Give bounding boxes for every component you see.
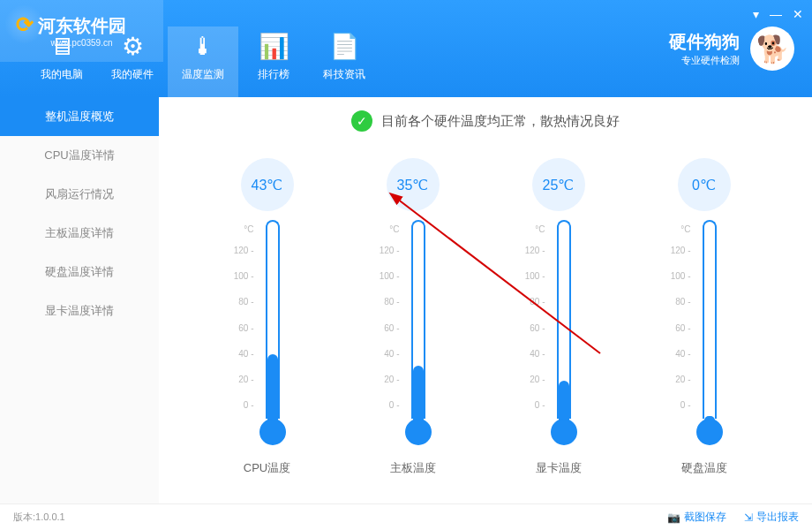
footer: 版本:1.0.0.1 📷 截图保存 ⇲ 导出报表 <box>0 504 812 530</box>
sidebar-item-label: 显卡温度详情 <box>45 303 114 319</box>
menu-icon[interactable]: ▾ <box>753 7 759 21</box>
thermometer: °C120 -100 -80 -60 -40 -20 -0 - <box>223 220 312 450</box>
export-label: 导出报表 <box>756 510 799 525</box>
sidebar: 整机温度概览 CPU温度详情 风扇运行情况 主板温度详情 硬盘温度详情 显卡温度… <box>0 97 159 504</box>
nav-label: 排行榜 <box>258 67 289 82</box>
close-icon[interactable]: ✕ <box>793 7 803 21</box>
export-icon: ⇲ <box>744 511 753 524</box>
version-label: 版本:1.0.0.1 <box>13 511 65 524</box>
nav-temperature[interactable]: 🌡 温度监测 <box>168 26 238 97</box>
thermometer-column: 35℃°C120 -100 -80 -60 -40 -20 -0 -主板温度 <box>369 158 457 476</box>
screenshot-label: 截图保存 <box>684 510 726 525</box>
scale-ticks: °C120 -100 -80 -60 -40 -20 -0 - <box>515 224 545 410</box>
brand-subtitle: 专业硬件检测 <box>669 54 740 67</box>
sidebar-item-label: 风扇运行情况 <box>45 186 114 202</box>
scale-ticks: °C120 -100 -80 -60 -40 -20 -0 - <box>223 224 254 410</box>
thermometer-label: CPU温度 <box>244 460 290 476</box>
nav-label: 我的硬件 <box>111 67 154 82</box>
thermometer: °C120 -100 -80 -60 -40 -20 -0 - <box>369 220 457 450</box>
camera-icon: 📷 <box>667 511 680 524</box>
status-text: 目前各个硬件温度均正常，散热情况良好 <box>381 113 620 130</box>
window-controls: ▾ — ✕ <box>753 7 803 21</box>
sidebar-item-fan[interactable]: 风扇运行情况 <box>0 175 159 214</box>
sidebar-item-gpu[interactable]: 显卡温度详情 <box>0 292 159 330</box>
watermark-title: 河东软件园 <box>38 14 126 38</box>
scale-ticks: °C120 -100 -80 -60 -40 -20 -0 - <box>660 224 691 410</box>
watermark: ⟳ 河东软件园 www.pc0359.cn <box>0 0 163 62</box>
thermometer-icon: 🌡 <box>191 34 215 60</box>
sidebar-item-label: 硬盘温度详情 <box>45 264 114 280</box>
thermometer-column: 0℃°C120 -100 -80 -60 -40 -20 -0 -硬盘温度 <box>660 158 748 476</box>
watermark-logo: ⟳ <box>4 4 44 44</box>
sidebar-item-motherboard[interactable]: 主板温度详情 <box>0 214 159 253</box>
minimize-icon[interactable]: — <box>770 7 782 21</box>
watermark-url: www.pc0359.cn <box>50 38 112 48</box>
document-icon: 📄 <box>329 34 360 60</box>
sidebar-item-label: 主板温度详情 <box>45 225 114 241</box>
temperature-badge: 25℃ <box>532 158 585 211</box>
temperature-badge: 0℃ <box>678 158 731 211</box>
thermometer: °C120 -100 -80 -60 -40 -20 -0 - <box>515 220 603 450</box>
nav-label: 温度监测 <box>182 67 224 82</box>
nav-news[interactable]: 📄 科技资讯 <box>309 26 380 97</box>
sidebar-item-label: CPU温度详情 <box>44 148 114 163</box>
check-icon: ✓ <box>351 110 372 132</box>
sidebar-item-disk[interactable]: 硬盘温度详情 <box>0 253 159 292</box>
nav-label: 科技资讯 <box>323 67 365 82</box>
scale-ticks: °C120 -100 -80 -60 -40 -20 -0 - <box>369 224 400 410</box>
thermometer-row: 43℃°C120 -100 -80 -60 -40 -20 -0 -CPU温度3… <box>177 158 794 476</box>
brand: 硬件狗狗 专业硬件检测 <box>669 30 740 67</box>
brand-title: 硬件狗狗 <box>669 30 740 54</box>
status-message: ✓ 目前各个硬件温度均正常，散热情况良好 <box>177 110 794 132</box>
screenshot-button[interactable]: 📷 截图保存 <box>667 510 726 525</box>
thermometer-column: 43℃°C120 -100 -80 -60 -40 -20 -0 -CPU温度 <box>223 158 312 476</box>
nav-ranking[interactable]: 📊 排行榜 <box>238 26 309 97</box>
nav-label: 我的电脑 <box>41 67 83 82</box>
main-content: ✓ 目前各个硬件温度均正常，散热情况良好 43℃°C120 -100 -80 -… <box>159 97 812 504</box>
bars-icon: 📊 <box>259 34 289 60</box>
thermometer-label: 显卡温度 <box>536 460 582 476</box>
sidebar-item-cpu[interactable]: CPU温度详情 <box>0 136 159 175</box>
thermometer-label: 主板温度 <box>390 460 436 476</box>
temperature-badge: 35℃ <box>387 158 440 211</box>
thermometer: °C120 -100 -80 -60 -40 -20 -0 - <box>660 220 748 450</box>
thermometer-column: 25℃°C120 -100 -80 -60 -40 -20 -0 -显卡温度 <box>515 158 603 476</box>
thermometer-label: 硬盘温度 <box>681 460 727 476</box>
sidebar-item-label: 整机温度概览 <box>45 109 114 125</box>
temperature-badge: 43℃ <box>241 158 294 211</box>
dog-logo-icon: 🐕 <box>750 26 794 71</box>
sidebar-item-overview[interactable]: 整机温度概览 <box>0 97 159 136</box>
export-button[interactable]: ⇲ 导出报表 <box>744 510 799 525</box>
